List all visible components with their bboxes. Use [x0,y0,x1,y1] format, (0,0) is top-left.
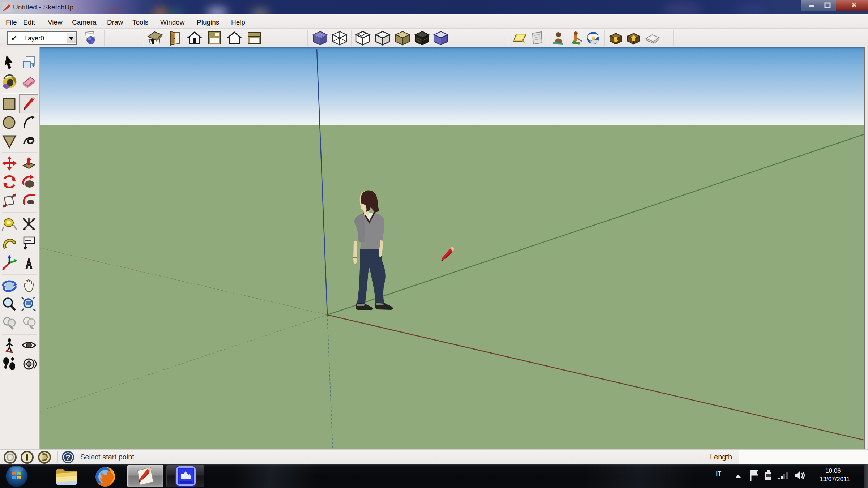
svg-text:?: ? [65,453,70,462]
